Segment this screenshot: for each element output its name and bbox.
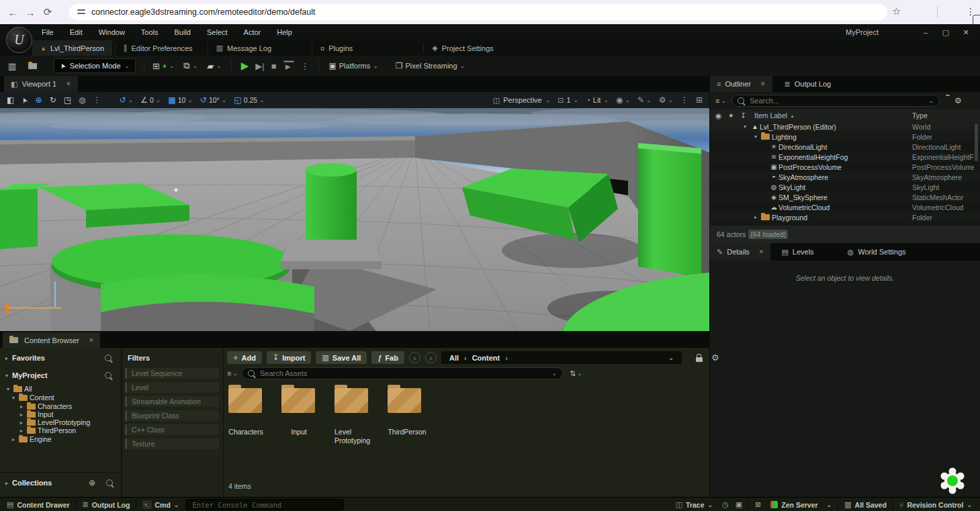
trace-dropdown[interactable]: ◫ Trace ⌄ xyxy=(676,500,713,509)
filter-blueprint-class[interactable]: Blueprint Class xyxy=(125,410,219,421)
expander-icon[interactable]: ▾ xyxy=(5,373,12,379)
close-tab-icon[interactable]: ✕ xyxy=(89,337,94,344)
content-drawer-button[interactable]: ▤ Content Drawer xyxy=(7,500,70,509)
menu-select[interactable]: Select xyxy=(199,24,236,40)
menu-edit[interactable]: Edit xyxy=(62,24,91,40)
frame-skip-button[interactable]: ▶| xyxy=(255,61,264,71)
outliner-row-lighting[interactable]: ▾ Lighting Folder xyxy=(710,132,980,142)
close-button[interactable]: ✕ xyxy=(956,28,976,37)
view-mode-dropdown[interactable]: ◔Lit⌄ xyxy=(586,96,609,104)
pin-column-icon[interactable]: ↧ xyxy=(740,111,746,120)
tab-outliner[interactable]: ≡ Outliner ✕ xyxy=(710,76,772,92)
close-tab-icon[interactable]: ✕ xyxy=(66,81,71,87)
item-label-column-header[interactable]: Item Label xyxy=(754,111,787,120)
all-saved-button[interactable]: ▥ All Saved xyxy=(844,500,887,509)
browse-content-button[interactable] xyxy=(28,63,39,69)
expander-icon[interactable]: ▸ xyxy=(754,214,761,220)
screenshot-icon[interactable]: ▣ xyxy=(736,500,742,509)
menu-window[interactable]: Window xyxy=(91,24,133,40)
fab-button[interactable]: ƒFab xyxy=(371,351,404,364)
tree-item-all[interactable]: ▾ All xyxy=(7,385,32,393)
tree-item-characters[interactable]: ▸ Characters xyxy=(20,402,72,410)
nav-back-button[interactable]: ‹ xyxy=(409,352,420,363)
import-button[interactable]: ↧Import xyxy=(267,351,311,364)
collections-row[interactable]: ▸ Collections ⊕ xyxy=(0,472,120,493)
revision-control-dropdown[interactable]: ⑂ Revision Control ⌄ xyxy=(899,501,972,509)
expander-icon[interactable]: ▾ xyxy=(7,386,13,392)
filter-streamable-animation[interactable]: Streamable Animation xyxy=(125,396,219,407)
expander-icon[interactable]: ▸ xyxy=(5,480,12,486)
snap-rotate-dropdown[interactable]: ↺⌄ xyxy=(120,95,134,105)
filter-cpp-class[interactable]: C++ Class xyxy=(125,424,219,435)
outliner-row-exponentialheightfog[interactable]: ≋ ExponentialHeightFog ExponentialHeight… xyxy=(710,152,980,162)
surface-snap-dropdown[interactable]: ∠0⌄ xyxy=(140,95,161,105)
streaming-settings-gear-icon[interactable] xyxy=(938,466,967,496)
perspective-dropdown[interactable]: ◫Perspective⌄ xyxy=(493,96,550,105)
tab-editor-preferences[interactable]: ∥ Editor Preferences xyxy=(124,40,193,56)
tab-message-log[interactable]: ▥ Message Log xyxy=(216,40,271,56)
maximize-button[interactable]: ▢ xyxy=(936,28,956,37)
asset-folder-level-prototyping[interactable]: Level Prototyping xyxy=(335,388,373,445)
unreal-logo[interactable]: U xyxy=(6,27,32,53)
expander-icon[interactable]: ▸ xyxy=(20,404,27,410)
breadcrumb-all[interactable]: All xyxy=(449,354,459,362)
save-all-button[interactable]: ▥Save All xyxy=(316,351,367,364)
viewport-settings-dropdown[interactable]: ⚙⌄ xyxy=(659,95,673,105)
chevron-down-icon[interactable]: ⌄ xyxy=(668,355,674,361)
cinematics-dropdown[interactable]: ▰⌄ xyxy=(207,61,222,71)
menu-build[interactable]: Build xyxy=(167,24,199,40)
outliner-row-skylight[interactable]: ◍ SkyLight SkyLight xyxy=(710,182,980,192)
add-button[interactable]: +Add xyxy=(227,351,262,364)
nav-forward-button[interactable]: › xyxy=(425,352,437,363)
outliner-row-directionallight[interactable]: ☀ DirectionalLight DirectionalLight xyxy=(710,142,980,152)
tree-item-levelprototyping[interactable]: ▸ LevelPrototyping xyxy=(20,418,90,426)
outliner-row-postprocessvolume[interactable]: ▣ PostProcessVolume PostProcessVolume xyxy=(710,162,980,172)
world-space-icon[interactable]: ◍ xyxy=(79,95,85,105)
tab-details[interactable]: ✎ Details ✕ xyxy=(710,243,770,261)
star-column-icon[interactable]: ★ xyxy=(728,112,733,119)
tab-content-browser[interactable]: Content Browser ✕ xyxy=(3,332,100,348)
minimize-button[interactable]: – xyxy=(916,28,936,36)
cmd-dropdown[interactable]: ›_ Cmd ⌄ xyxy=(142,500,179,509)
transform-options-icon[interactable]: ⋮ xyxy=(93,95,101,105)
outliner-scrollbar[interactable] xyxy=(975,124,978,161)
viewport-options-icon[interactable]: ◧ xyxy=(7,95,14,105)
edit-modes-dropdown[interactable]: ✎⌄ xyxy=(637,95,652,105)
zen-server-dropdown[interactable]: Zen Server ⌄ xyxy=(770,501,832,509)
show-flags-dropdown[interactable]: ◉⌄ xyxy=(616,95,630,105)
search-icon[interactable] xyxy=(105,355,112,361)
tab-lvl-thirdperson[interactable]: ▲ Lvl_ThirdPerson xyxy=(32,40,112,56)
filter-texture[interactable]: Texture xyxy=(125,438,219,449)
selection-mode-dropdown[interactable]: ➤ Selection Mode ⌄ xyxy=(54,58,136,73)
search-icon[interactable] xyxy=(105,372,112,379)
address-bar[interactable]: connector.eagle3dstreaming.com/remoteedi… xyxy=(69,4,887,20)
viewport-more-icon[interactable]: ⋮ xyxy=(680,95,688,105)
tab-project-settings[interactable]: ◈ Project Settings xyxy=(432,40,494,56)
outliner-row-playground[interactable]: ▸ Playground Folder xyxy=(710,212,980,222)
outliner-row-volumetriccloud[interactable]: ☁ VolumetricCloud VolumetricCloud xyxy=(710,202,980,212)
expander-icon[interactable]: ▾ xyxy=(12,395,19,401)
stop-button[interactable]: ■ xyxy=(271,61,277,71)
tree-item-content[interactable]: ▾ Content xyxy=(12,393,54,402)
outliner-search-input[interactable] xyxy=(748,96,924,105)
viewport-scene-3d[interactable] xyxy=(0,108,709,331)
menu-file[interactable]: File xyxy=(34,24,62,40)
blueprints-dropdown[interactable]: ⧉⌄ xyxy=(183,60,197,71)
asset-search-input[interactable] xyxy=(259,369,547,378)
expander-icon[interactable]: ▾ xyxy=(754,134,761,140)
menu-tools[interactable]: Tools xyxy=(133,24,167,40)
grid-snap-dropdown[interactable]: ▦10⌄ xyxy=(168,95,193,105)
quad-view-icon[interactable]: ⊞ xyxy=(696,95,703,105)
cb-filter-dropdown[interactable]: ≡⌄ xyxy=(227,369,238,377)
tree-item-input[interactable]: ▸ Input xyxy=(20,410,53,418)
tab-viewport-1[interactable]: ◧ Viewport 1 ✕ xyxy=(4,76,78,92)
site-info-icon[interactable] xyxy=(77,9,85,15)
clock-icon[interactable]: ◷ xyxy=(722,500,729,509)
hourglass-icon[interactable]: ⊠ xyxy=(755,500,761,509)
breadcrumb[interactable]: All › Content › ⌄ xyxy=(441,351,682,364)
tab-world-settings[interactable]: ◍ World Settings xyxy=(841,243,913,261)
expander-icon[interactable]: ▸ xyxy=(12,436,19,443)
outliner-search[interactable]: ⌄ xyxy=(731,95,940,107)
browser-forward-button[interactable]: → xyxy=(21,7,39,18)
browser-reload-button[interactable]: ⟳ xyxy=(39,6,56,18)
